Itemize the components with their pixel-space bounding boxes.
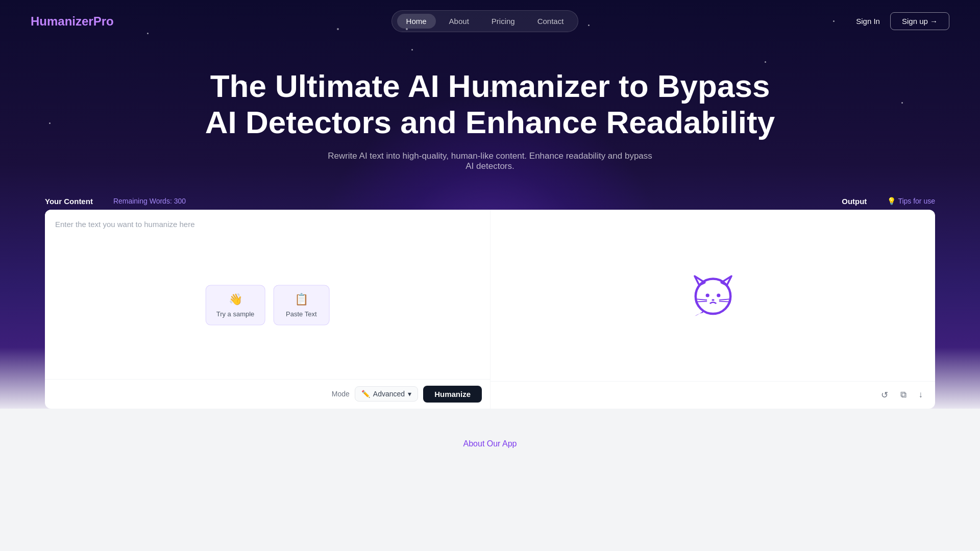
hero-content: The Ultimate AI Humanizer to Bypass AI D… [0,42,980,187]
paste-text-button[interactable]: 📋 Paste Text [273,285,329,325]
svg-line-8 [719,299,730,300]
svg-point-5 [712,299,714,301]
nav-home[interactable]: Home [397,14,436,29]
logo-text-black: Humanizer [31,14,93,28]
output-panel: ↺ ⧉ ↓ [490,210,935,409]
input-label: Your Content [45,197,93,206]
download-button[interactable]: ↓ [917,388,925,402]
input-panel: 👋 Try a sample 📋 Paste Text Mode ✏️ Adva… [45,210,490,409]
hero-title-line1: The Ultimate AI Humanizer to Bypass [210,68,770,104]
copy-button[interactable]: ⧉ [898,388,909,402]
svg-point-4 [717,293,720,297]
editors-row: 👋 Try a sample 📋 Paste Text Mode ✏️ Adva… [45,210,935,409]
sample-buttons: 👋 Try a sample 📋 Paste Text [206,285,330,325]
sign-up-button[interactable]: Sign up → [890,12,949,30]
try-sample-label: Try a sample [216,310,255,317]
mascot-icon [690,272,736,318]
humanize-button[interactable]: Humanize [423,386,482,403]
pen-icon: ✏️ [361,390,370,398]
paste-text-label: Paste Text [286,310,316,317]
svg-line-6 [695,299,706,300]
remaining-words: Remaining Words: 300 [113,197,186,205]
nav-links: Home About Pricing Contact [391,10,579,32]
input-footer: Mode ✏️ Advanced ▾ Humanize [45,379,490,409]
tips-icon: 💡 [887,197,896,205]
svg-line-7 [695,301,706,302]
try-sample-button[interactable]: 👋 Try a sample [206,285,265,325]
about-our-app[interactable]: About Our App [463,439,517,448]
output-content [690,210,736,381]
editor-section: Your Content Remaining Words: 300 Output… [0,197,980,409]
mode-label: Mode [332,390,350,398]
nav-actions: Sign In Sign up → [856,12,949,30]
navbar: HumanizerPro Home About Pricing Contact … [0,0,980,42]
mode-value: Advanced [373,390,405,398]
nav-pricing[interactable]: Pricing [482,14,524,29]
hero-title-line2: AI Detectors and Enhance Readability [205,105,775,140]
mode-select[interactable]: ✏️ Advanced ▾ [355,386,418,402]
tips-link[interactable]: 💡 Tips for use [887,197,935,205]
logo: HumanizerPro [31,14,114,29]
hero-title: The Ultimate AI Humanizer to Bypass AI D… [10,68,970,141]
chevron-down-icon: ▾ [408,390,411,398]
output-label: Output [842,197,867,206]
refresh-button[interactable]: ↺ [879,388,890,403]
nav-about[interactable]: About [440,14,478,29]
hero-subtitle: Rewrite AI text into high-quality, human… [324,151,656,171]
clipboard-icon: 📋 [295,292,308,306]
sign-in-button[interactable]: Sign In [856,17,880,26]
output-footer: ↺ ⧉ ↓ [491,381,935,409]
svg-line-9 [719,301,730,302]
svg-point-3 [705,293,709,297]
tips-text: Tips for use [898,197,935,205]
nav-contact[interactable]: Contact [528,14,573,29]
logo-text-purple: Pro [93,14,114,28]
bottom-section: About Our App [0,409,980,469]
wave-icon: 👋 [229,292,242,306]
